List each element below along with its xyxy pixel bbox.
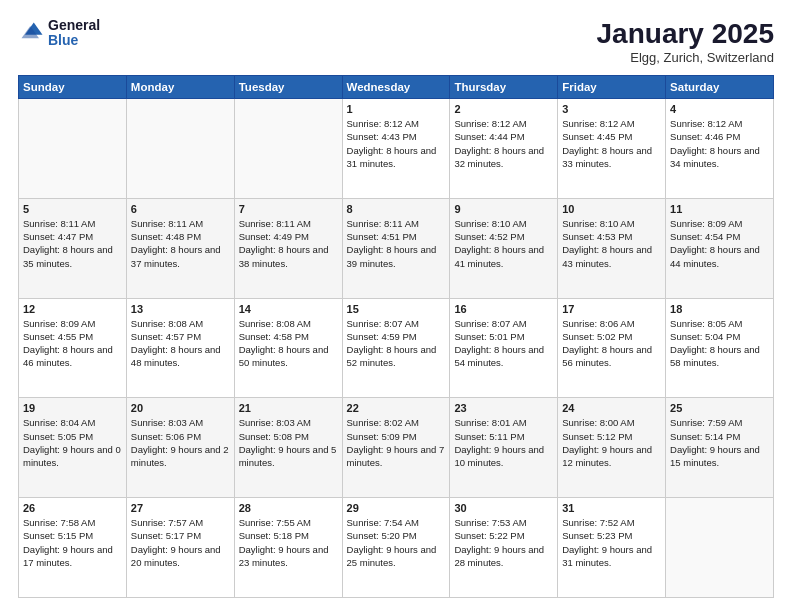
day-number: 21 [239, 402, 338, 414]
day-number: 25 [670, 402, 769, 414]
day-info: Sunrise: 8:07 AMSunset: 4:59 PMDaylight:… [347, 317, 446, 370]
table-row: 14Sunrise: 8:08 AMSunset: 4:58 PMDayligh… [234, 298, 342, 398]
table-row: 11Sunrise: 8:09 AMSunset: 4:54 PMDayligh… [666, 198, 774, 298]
table-row: 2Sunrise: 8:12 AMSunset: 4:44 PMDaylight… [450, 99, 558, 199]
table-row: 7Sunrise: 8:11 AMSunset: 4:49 PMDaylight… [234, 198, 342, 298]
calendar-header-row: Sunday Monday Tuesday Wednesday Thursday… [19, 76, 774, 99]
table-row: 16Sunrise: 8:07 AMSunset: 5:01 PMDayligh… [450, 298, 558, 398]
day-info: Sunrise: 8:11 AMSunset: 4:49 PMDaylight:… [239, 217, 338, 270]
title-block: January 2025 Elgg, Zurich, Switzerland [597, 18, 774, 65]
table-row: 3Sunrise: 8:12 AMSunset: 4:45 PMDaylight… [558, 99, 666, 199]
table-row: 10Sunrise: 8:10 AMSunset: 4:53 PMDayligh… [558, 198, 666, 298]
table-row: 18Sunrise: 8:05 AMSunset: 5:04 PMDayligh… [666, 298, 774, 398]
col-wednesday: Wednesday [342, 76, 450, 99]
table-row: 19Sunrise: 8:04 AMSunset: 5:05 PMDayligh… [19, 398, 127, 498]
logo: General Blue [18, 18, 100, 49]
col-sunday: Sunday [19, 76, 127, 99]
logo-blue-text: Blue [48, 33, 100, 48]
day-number: 26 [23, 502, 122, 514]
table-row: 1Sunrise: 8:12 AMSunset: 4:43 PMDaylight… [342, 99, 450, 199]
table-row [19, 99, 127, 199]
day-number: 7 [239, 203, 338, 215]
day-number: 11 [670, 203, 769, 215]
calendar-table: Sunday Monday Tuesday Wednesday Thursday… [18, 75, 774, 598]
table-row [666, 498, 774, 598]
day-number: 13 [131, 303, 230, 315]
day-number: 22 [347, 402, 446, 414]
table-row: 17Sunrise: 8:06 AMSunset: 5:02 PMDayligh… [558, 298, 666, 398]
col-thursday: Thursday [450, 76, 558, 99]
table-row: 30Sunrise: 7:53 AMSunset: 5:22 PMDayligh… [450, 498, 558, 598]
col-monday: Monday [126, 76, 234, 99]
day-number: 30 [454, 502, 553, 514]
day-info: Sunrise: 8:12 AMSunset: 4:43 PMDaylight:… [347, 117, 446, 170]
day-info: Sunrise: 8:11 AMSunset: 4:51 PMDaylight:… [347, 217, 446, 270]
day-number: 23 [454, 402, 553, 414]
day-number: 2 [454, 103, 553, 115]
table-row: 27Sunrise: 7:57 AMSunset: 5:17 PMDayligh… [126, 498, 234, 598]
day-number: 16 [454, 303, 553, 315]
day-info: Sunrise: 7:59 AMSunset: 5:14 PMDaylight:… [670, 416, 769, 469]
table-row: 15Sunrise: 8:07 AMSunset: 4:59 PMDayligh… [342, 298, 450, 398]
day-number: 1 [347, 103, 446, 115]
day-number: 29 [347, 502, 446, 514]
day-number: 19 [23, 402, 122, 414]
day-number: 27 [131, 502, 230, 514]
day-info: Sunrise: 8:06 AMSunset: 5:02 PMDaylight:… [562, 317, 661, 370]
table-row: 29Sunrise: 7:54 AMSunset: 5:20 PMDayligh… [342, 498, 450, 598]
day-number: 17 [562, 303, 661, 315]
day-info: Sunrise: 8:03 AMSunset: 5:08 PMDaylight:… [239, 416, 338, 469]
day-info: Sunrise: 8:07 AMSunset: 5:01 PMDaylight:… [454, 317, 553, 370]
calendar-week-row: 26Sunrise: 7:58 AMSunset: 5:15 PMDayligh… [19, 498, 774, 598]
col-friday: Friday [558, 76, 666, 99]
table-row: 24Sunrise: 8:00 AMSunset: 5:12 PMDayligh… [558, 398, 666, 498]
day-info: Sunrise: 8:12 AMSunset: 4:45 PMDaylight:… [562, 117, 661, 170]
table-row: 9Sunrise: 8:10 AMSunset: 4:52 PMDaylight… [450, 198, 558, 298]
day-info: Sunrise: 7:55 AMSunset: 5:18 PMDaylight:… [239, 516, 338, 569]
day-info: Sunrise: 8:04 AMSunset: 5:05 PMDaylight:… [23, 416, 122, 469]
table-row: 13Sunrise: 8:08 AMSunset: 4:57 PMDayligh… [126, 298, 234, 398]
table-row: 31Sunrise: 7:52 AMSunset: 5:23 PMDayligh… [558, 498, 666, 598]
day-number: 6 [131, 203, 230, 215]
main-title: January 2025 [597, 18, 774, 50]
day-info: Sunrise: 7:53 AMSunset: 5:22 PMDaylight:… [454, 516, 553, 569]
day-info: Sunrise: 8:02 AMSunset: 5:09 PMDaylight:… [347, 416, 446, 469]
day-info: Sunrise: 8:05 AMSunset: 5:04 PMDaylight:… [670, 317, 769, 370]
header: General Blue January 2025 Elgg, Zurich, … [18, 18, 774, 65]
day-number: 4 [670, 103, 769, 115]
day-info: Sunrise: 7:52 AMSunset: 5:23 PMDaylight:… [562, 516, 661, 569]
day-info: Sunrise: 8:08 AMSunset: 4:57 PMDaylight:… [131, 317, 230, 370]
day-info: Sunrise: 7:58 AMSunset: 5:15 PMDaylight:… [23, 516, 122, 569]
day-info: Sunrise: 8:10 AMSunset: 4:53 PMDaylight:… [562, 217, 661, 270]
table-row: 22Sunrise: 8:02 AMSunset: 5:09 PMDayligh… [342, 398, 450, 498]
day-info: Sunrise: 8:12 AMSunset: 4:44 PMDaylight:… [454, 117, 553, 170]
day-info: Sunrise: 8:03 AMSunset: 5:06 PMDaylight:… [131, 416, 230, 469]
day-number: 15 [347, 303, 446, 315]
table-row: 4Sunrise: 8:12 AMSunset: 4:46 PMDaylight… [666, 99, 774, 199]
day-info: Sunrise: 7:54 AMSunset: 5:20 PMDaylight:… [347, 516, 446, 569]
table-row: 23Sunrise: 8:01 AMSunset: 5:11 PMDayligh… [450, 398, 558, 498]
day-info: Sunrise: 8:01 AMSunset: 5:11 PMDaylight:… [454, 416, 553, 469]
table-row: 25Sunrise: 7:59 AMSunset: 5:14 PMDayligh… [666, 398, 774, 498]
day-info: Sunrise: 8:08 AMSunset: 4:58 PMDaylight:… [239, 317, 338, 370]
day-info: Sunrise: 8:10 AMSunset: 4:52 PMDaylight:… [454, 217, 553, 270]
day-number: 10 [562, 203, 661, 215]
page: General Blue January 2025 Elgg, Zurich, … [0, 0, 792, 612]
calendar-week-row: 1Sunrise: 8:12 AMSunset: 4:43 PMDaylight… [19, 99, 774, 199]
day-number: 9 [454, 203, 553, 215]
subtitle: Elgg, Zurich, Switzerland [597, 50, 774, 65]
table-row: 6Sunrise: 8:11 AMSunset: 4:48 PMDaylight… [126, 198, 234, 298]
day-number: 12 [23, 303, 122, 315]
logo-general-text: General [48, 18, 100, 33]
table-row: 5Sunrise: 8:11 AMSunset: 4:47 PMDaylight… [19, 198, 127, 298]
logo-icon [18, 19, 46, 47]
table-row: 21Sunrise: 8:03 AMSunset: 5:08 PMDayligh… [234, 398, 342, 498]
day-number: 20 [131, 402, 230, 414]
day-number: 14 [239, 303, 338, 315]
day-info: Sunrise: 8:09 AMSunset: 4:54 PMDaylight:… [670, 217, 769, 270]
day-info: Sunrise: 8:00 AMSunset: 5:12 PMDaylight:… [562, 416, 661, 469]
col-saturday: Saturday [666, 76, 774, 99]
day-number: 5 [23, 203, 122, 215]
table-row [126, 99, 234, 199]
table-row: 8Sunrise: 8:11 AMSunset: 4:51 PMDaylight… [342, 198, 450, 298]
